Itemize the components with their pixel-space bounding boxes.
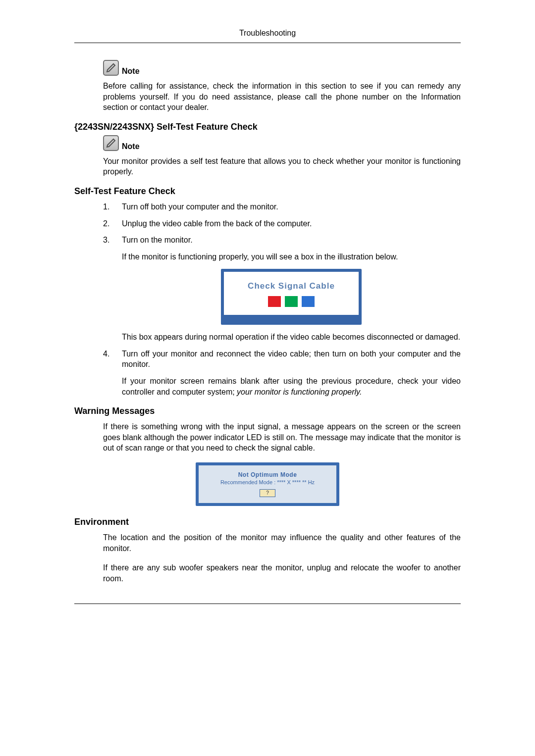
page-header-title: Troubleshooting — [74, 29, 461, 38]
note-block-1: Note — [103, 60, 461, 76]
divider-bottom — [74, 604, 461, 604]
note-label: Note — [122, 142, 140, 151]
step-text: Turn off your monitor and reconnect the … — [122, 350, 461, 369]
not-optimum-illustration: Not Optimum Mode Recommended Mode : ****… — [74, 462, 461, 506]
note-block-2: Note — [103, 135, 461, 151]
step-2: Unplug the video cable from the back of … — [103, 218, 461, 229]
warning-text: If there is something wrong with the inp… — [103, 421, 461, 454]
check-signal-text: Check Signal Cable — [229, 281, 354, 292]
step-text: Turn off both your computer and the moni… — [122, 202, 278, 211]
note-label: Note — [122, 67, 140, 76]
note-text-2: Your monitor provides a self test featur… — [103, 156, 461, 177]
not-optimum-line1: Not Optimum Mode — [204, 471, 331, 478]
step-paragraph: This box appears during normal operation… — [122, 332, 461, 343]
note-icon — [103, 60, 119, 76]
step-paragraph: If the monitor is functioning properly, … — [122, 252, 461, 262]
step-paragraph-em: your monitor is functioning properly. — [237, 388, 362, 396]
section-heading-environment: Environment — [74, 517, 461, 527]
step-text: Turn on the monitor. — [122, 236, 193, 244]
divider-top — [74, 43, 461, 43]
not-optimum-line2: Recommended Mode : **** X **** ** Hz — [204, 479, 331, 485]
color-square-green — [285, 296, 298, 307]
environment-p1: The location and the position of the mon… — [103, 532, 461, 554]
step-3: Turn on the monitor. If the monitor is f… — [103, 235, 461, 343]
color-square-red — [268, 296, 281, 307]
section-heading-selftest-model: {2243SN/2243SNX} Self-Test Feature Check — [74, 122, 461, 132]
note-text-1: Before calling for assistance, check the… — [103, 81, 461, 113]
color-square-blue — [302, 296, 315, 307]
step-paragraph: If your monitor screen remains blank aft… — [122, 376, 461, 397]
section-heading-warning: Warning Messages — [74, 406, 461, 416]
step-text: Unplug the video cable from the back of … — [122, 219, 312, 228]
step-4: Turn off your monitor and reconnect the … — [103, 349, 461, 397]
note-icon — [103, 135, 119, 151]
environment-p2: If there are any sub woofer speakers nea… — [103, 562, 461, 584]
check-signal-illustration: Check Signal Cable — [122, 269, 461, 325]
section-heading-selftest: Self-Test Feature Check — [74, 186, 461, 197]
steps-list: Turn off both your computer and the moni… — [103, 202, 461, 397]
not-optimum-button: ? — [260, 489, 275, 497]
step-1: Turn off both your computer and the moni… — [103, 202, 461, 212]
